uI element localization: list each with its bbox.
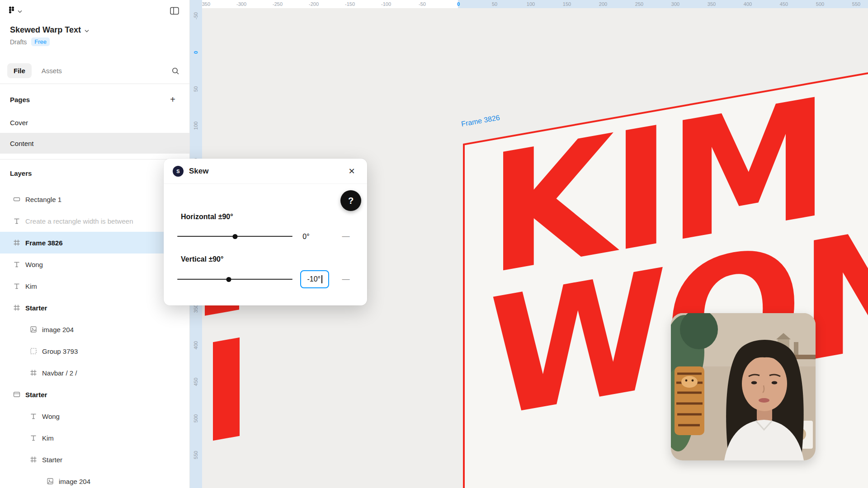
layers-panel: Layers Rectangle 1Create a rectangle wid…	[0, 160, 189, 488]
vruler-label: 50	[193, 86, 198, 92]
hruler-label: 100	[527, 1, 535, 7]
chevron-down-icon[interactable]	[85, 26, 89, 34]
tab-assets[interactable]: Assets	[35, 63, 68, 78]
add-page-icon[interactable]: +	[166, 93, 179, 106]
app-logo-icon	[8, 6, 15, 15]
hruler-label: 150	[563, 1, 571, 7]
hruler-label: 450	[780, 1, 788, 7]
image-icon	[29, 325, 38, 333]
horizontal-dash[interactable]: —	[340, 232, 352, 241]
vertical-skew-input[interactable]: -10°	[300, 270, 329, 288]
slider-thumb[interactable]	[232, 234, 237, 239]
page-label: Content	[10, 140, 34, 147]
sidebar-topbar	[0, 0, 189, 22]
file-title-row[interactable]: Skewed Warp Text	[0, 22, 189, 35]
hruler-label: -200	[309, 1, 319, 7]
layers-header-label: Layers	[10, 169, 32, 177]
layer-label: Kim	[25, 282, 37, 290]
section-icon	[13, 390, 21, 399]
frame-icon	[13, 304, 21, 312]
hruler-label: -150	[345, 1, 355, 7]
help-button[interactable]: ?	[340, 190, 361, 211]
layer-row[interactable]: Create a rectangle width is between	[0, 210, 189, 232]
layer-row[interactable]: Frame 3826	[0, 232, 189, 253]
layer-row[interactable]: Wong	[0, 253, 189, 275]
layer-row[interactable]: Rectangle 1	[0, 188, 189, 210]
chevron-down-icon	[18, 7, 22, 15]
file-title: Skewed Warp Text	[10, 25, 81, 35]
project-name[interactable]: Drafts	[10, 38, 27, 46]
vruler-label: 400	[193, 341, 198, 349]
layer-label: Starter	[25, 304, 47, 312]
text-icon	[13, 217, 21, 225]
hruler-label: -300	[236, 1, 246, 7]
slider-thumb[interactable]	[226, 277, 231, 282]
group-icon	[29, 347, 38, 355]
layer-row[interactable]: Wong	[0, 405, 189, 427]
hruler-label: 0	[457, 1, 460, 7]
layer-label: Kim	[42, 434, 54, 442]
vertical-dash[interactable]: —	[340, 275, 352, 284]
layer-row[interactable]: image 204	[0, 470, 189, 488]
layer-row[interactable]: image 204	[0, 319, 189, 340]
layer-label: Navbar / 2 /	[42, 369, 77, 377]
skew-plugin-dialog: S Skew ✕ ? Horizontal ±90° 0° — Vertical…	[164, 159, 367, 305]
layer-label: Starter	[25, 391, 47, 399]
webcam-overlay[interactable]	[671, 313, 816, 460]
frame-name-label[interactable]: Frame 3826	[461, 113, 500, 128]
tiger-artwork	[675, 366, 704, 435]
layer-row[interactable]: Kim	[0, 275, 189, 297]
vruler-label: 500	[193, 414, 198, 422]
layer-label: image 204	[59, 478, 90, 485]
vruler-label: 0	[193, 51, 198, 54]
layer-label: Create a rectangle width is between	[25, 217, 133, 225]
sidebar-tabs: File Assets	[0, 58, 189, 84]
text-icon	[29, 412, 38, 420]
vertical-skew-slider[interactable]	[177, 275, 292, 283]
vertical-skew-label: Vertical ±90°	[181, 255, 223, 263]
pages-header-label: Pages	[10, 96, 30, 103]
hruler-label: 400	[744, 1, 752, 7]
pages-section-header: Pages +	[0, 89, 189, 109]
tab-file[interactable]: File	[7, 63, 32, 78]
layer-row[interactable]: Group 3793	[0, 340, 189, 362]
layer-row[interactable]: Kim	[0, 427, 189, 449]
hruler-label: -250	[273, 1, 283, 7]
layer-row[interactable]: Starter	[0, 384, 189, 405]
layer-row[interactable]: Starter	[0, 449, 189, 470]
plan-badge: Free	[31, 38, 50, 46]
pages-list: CoverContent	[0, 112, 189, 154]
page-label: Cover	[10, 119, 28, 127]
search-icon[interactable]	[169, 64, 182, 78]
app-menu-button[interactable]	[8, 6, 22, 15]
hruler-label: 500	[816, 1, 824, 7]
layer-row[interactable]: Starter	[0, 297, 189, 319]
text-icon	[13, 282, 21, 290]
horizontal-skew-slider[interactable]	[177, 232, 292, 240]
layer-label: Rectangle 1	[25, 196, 61, 203]
close-icon[interactable]: ✕	[345, 165, 358, 178]
text-cursor	[321, 275, 322, 283]
hruler-label: 250	[635, 1, 643, 7]
layer-label: Group 3793	[42, 347, 78, 355]
horizontal-skew-value[interactable]: 0°	[296, 233, 316, 241]
page-item[interactable]: Cover	[0, 112, 189, 133]
vertical-skew-value: -10°	[307, 275, 321, 283]
ruler-selection-highlight	[458, 0, 868, 8]
skew-plugin-icon: S	[173, 166, 184, 177]
frame-icon	[29, 369, 38, 377]
layer-label: Starter	[42, 456, 62, 464]
vruler-label: 350	[193, 305, 198, 313]
hruler-label: 200	[599, 1, 607, 7]
image-icon	[46, 477, 54, 485]
text-icon	[13, 260, 21, 268]
dialog-header[interactable]: S Skew ✕	[164, 159, 367, 184]
layer-label: image 204	[42, 326, 74, 333]
horizontal-ruler[interactable]: -350-300-250-200-150-100-500501001502002…	[190, 0, 868, 8]
layer-row[interactable]: Navbar / 2 /	[0, 362, 189, 384]
person	[724, 340, 804, 460]
slider-track	[177, 279, 292, 280]
layer-label: Wong	[42, 413, 60, 420]
toggle-sidebar-button[interactable]	[168, 4, 181, 18]
page-item[interactable]: Content	[0, 133, 189, 154]
